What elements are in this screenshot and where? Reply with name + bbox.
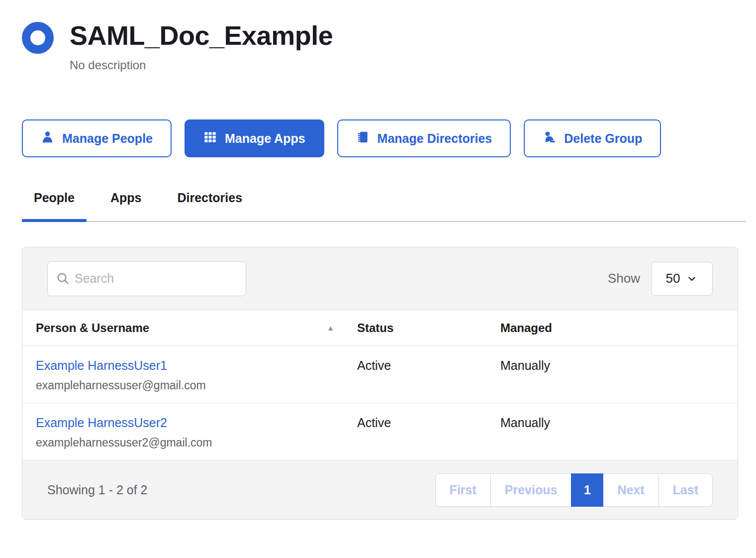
header-text: SAML_Doc_Example No description	[70, 20, 333, 73]
page-header: SAML_Doc_Example No description	[22, 20, 738, 73]
pagination-page-1-button[interactable]: 1	[571, 473, 603, 507]
managed-cell: Manually	[500, 416, 738, 430]
manage-apps-label: Manage Apps	[225, 131, 305, 146]
people-table-card: Show 50 Person & Username ▲ Status Manag…	[22, 247, 738, 520]
grid-icon	[203, 130, 217, 147]
managed-cell: Manually	[500, 358, 738, 373]
delete-group-button[interactable]: Delete Group	[524, 119, 661, 157]
group-description: No description	[70, 58, 333, 73]
manage-people-label: Manage People	[62, 131, 153, 146]
manage-people-button[interactable]: Manage People	[22, 119, 172, 157]
table-toolbar: Show 50	[22, 247, 738, 310]
table-row: Example HarnessUser2 exampleharnessuser2…	[22, 403, 738, 460]
page-size-dropdown[interactable]: 50	[651, 262, 713, 296]
chevron-down-icon	[686, 273, 698, 285]
column-managed[interactable]: Managed	[500, 321, 738, 335]
tab-people[interactable]: People	[22, 190, 87, 221]
pagination-first-button[interactable]: First	[435, 473, 491, 507]
pagination: First Previous 1 Next Last	[435, 473, 713, 507]
tab-apps-label: Apps	[110, 191, 142, 205]
column-status[interactable]: Status	[357, 321, 500, 335]
group-tabs: People Apps Directories	[22, 190, 746, 222]
manage-apps-button[interactable]: Manage Apps	[185, 119, 324, 157]
column-person-username-label: Person & Username	[36, 321, 149, 335]
page-size-value: 50	[666, 271, 680, 286]
person-username: exampleharnessuser@gmail.com	[36, 379, 357, 392]
table-footer: Showing 1 - 2 of 2 First Previous 1 Next…	[22, 460, 738, 519]
person-cell: Example HarnessUser1 exampleharnessuser@…	[36, 358, 357, 392]
person-link[interactable]: Example HarnessUser2	[36, 416, 167, 430]
group-detail-page: SAML_Doc_Example No description Manage P…	[0, 0, 756, 520]
tab-directories[interactable]: Directories	[165, 190, 254, 221]
pagination-last-button[interactable]: Last	[659, 473, 713, 507]
tab-apps[interactable]: Apps	[98, 190, 154, 221]
page-size-control: Show 50	[608, 262, 713, 296]
search-box[interactable]	[47, 261, 246, 296]
group-ring-icon	[22, 22, 54, 54]
group-action-buttons: Manage People Manage Apps Manage Directo…	[22, 119, 738, 157]
table-header-row: Person & Username ▲ Status Managed	[22, 310, 738, 346]
pagination-next-button[interactable]: Next	[603, 473, 659, 507]
manage-directories-button[interactable]: Manage Directories	[337, 119, 511, 157]
person-username: exampleharnessuser2@gmail.com	[36, 436, 357, 449]
person-cell: Example HarnessUser2 exampleharnessuser2…	[36, 416, 357, 449]
show-label: Show	[608, 271, 640, 286]
status-cell: Active	[357, 358, 500, 373]
sort-asc-triangle-icon: ▲	[327, 324, 334, 332]
tab-people-label: People	[34, 191, 75, 205]
search-input[interactable]	[75, 271, 239, 286]
table-row: Example HarnessUser1 exampleharnessuser@…	[22, 346, 738, 403]
page-title: SAML_Doc_Example	[70, 20, 333, 51]
remove-user-icon	[543, 130, 556, 147]
manage-directories-label: Manage Directories	[378, 131, 492, 146]
tab-directories-label: Directories	[177, 191, 242, 205]
search-icon	[56, 271, 71, 286]
directory-book-icon	[356, 130, 370, 147]
pagination-previous-button[interactable]: Previous	[490, 473, 572, 507]
delete-group-label: Delete Group	[564, 131, 642, 146]
results-summary: Showing 1 - 2 of 2	[47, 483, 148, 497]
person-icon	[41, 130, 54, 147]
status-cell: Active	[357, 416, 500, 430]
person-link[interactable]: Example HarnessUser1	[36, 358, 167, 373]
column-person-username[interactable]: Person & Username ▲	[36, 321, 357, 335]
